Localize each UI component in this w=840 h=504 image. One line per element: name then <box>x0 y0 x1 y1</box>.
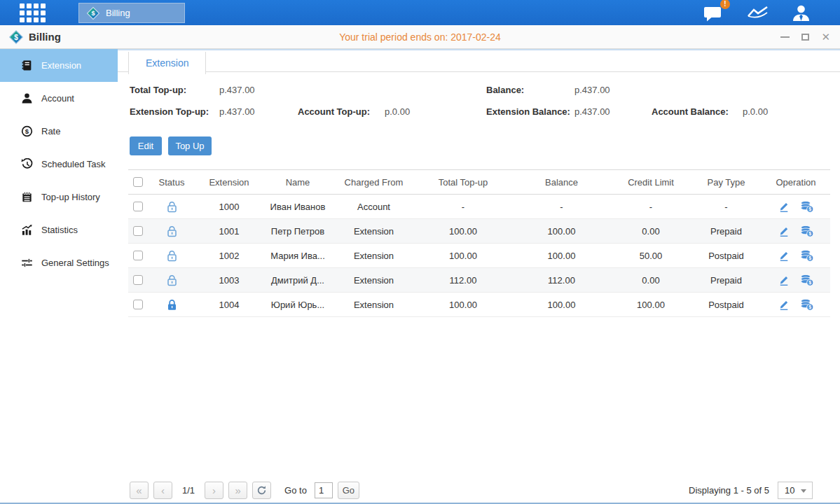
edit-row-icon[interactable] <box>778 225 790 237</box>
svg-text:$: $ <box>808 231 811 237</box>
goto-label: Go to <box>284 485 307 496</box>
cell-pay-type: Postpaid <box>691 293 762 317</box>
topup-row-icon[interactable]: $ <box>800 201 814 213</box>
unlocked-icon[interactable] <box>167 201 177 213</box>
first-page-button[interactable]: « <box>130 482 149 499</box>
cell-total-topup: 100.00 <box>414 244 512 268</box>
topup-history-icon <box>21 191 33 203</box>
cell-balance: 100.00 <box>512 244 611 268</box>
svg-text:$: $ <box>14 33 18 41</box>
sidebar-item-rate[interactable]: $ Rate <box>0 115 118 148</box>
topbar-billing-tab[interactable]: $ Billing <box>78 3 185 23</box>
col-balance: Balance <box>512 170 611 195</box>
refresh-button[interactable] <box>252 482 271 499</box>
prev-page-button[interactable]: ‹ <box>153 482 172 499</box>
account-icon <box>21 92 33 104</box>
edit-row-icon[interactable] <box>778 274 790 286</box>
scheduled-task-icon <box>21 158 33 170</box>
col-operation: Operation <box>762 170 830 195</box>
cell-balance: 100.00 <box>512 293 611 317</box>
select-all-checkbox[interactable] <box>133 177 143 187</box>
table-row: 1003 Дмитрий Д... Extension 112.00 112.0… <box>128 268 830 293</box>
unlocked-icon[interactable] <box>167 250 177 262</box>
topup-row-icon[interactable]: $ <box>800 299 814 311</box>
displaying-text: Displaying 1 - 5 of 5 <box>689 485 769 496</box>
sidebar-item-account[interactable]: Account <box>0 82 118 115</box>
row-checkbox[interactable] <box>133 300 143 309</box>
page-size-select[interactable]: 10 <box>778 482 813 499</box>
window-title-bar: Your trial period ends on: 2017-02-24 $ … <box>0 25 840 49</box>
table-row: 1000 Иван Иванов Account - - - - <box>128 195 830 219</box>
account-balance-value: p.0.00 <box>743 106 768 117</box>
cell-charged-from: Extension <box>333 244 414 268</box>
cell-extension: 1001 <box>196 219 262 244</box>
cell-pay-type: - <box>691 195 762 219</box>
sidebar-item-general-settings[interactable]: General Settings <box>0 246 118 279</box>
top-up-button[interactable]: Top Up <box>168 136 212 155</box>
row-checkbox[interactable] <box>133 202 143 211</box>
extension-balance-label: Extension Balance: <box>486 106 570 117</box>
sidebar-item-label: Top-up History <box>41 192 100 202</box>
locked-icon[interactable] <box>167 299 177 311</box>
table-header-row: Status Extension Name Charged From Total… <box>128 170 830 195</box>
maximize-icon[interactable] <box>801 34 809 41</box>
minimize-icon[interactable] <box>780 36 790 38</box>
page-indicator: 1/1 <box>182 485 195 496</box>
topup-row-icon[interactable]: $ <box>800 250 814 262</box>
apps-grid-icon[interactable] <box>20 4 48 22</box>
col-credit-limit: Credit Limit <box>611 170 691 195</box>
cell-credit-limit: - <box>611 195 691 219</box>
last-page-button[interactable]: » <box>228 482 247 499</box>
cell-pay-type: Prepaid <box>691 219 762 244</box>
col-name: Name <box>262 170 333 195</box>
rate-icon: $ <box>21 125 33 137</box>
main-content: Extension Total Top-up: p.437.00 Balance… <box>118 49 840 503</box>
cell-balance: - <box>512 195 611 219</box>
edit-row-icon[interactable] <box>778 200 790 213</box>
topup-row-icon[interactable]: $ <box>800 225 814 237</box>
sidebar-item-scheduled-task[interactable]: Scheduled Task <box>0 148 118 181</box>
edit-row-icon[interactable] <box>778 249 790 262</box>
tab-extension[interactable]: Extension <box>128 52 206 74</box>
unlocked-icon[interactable] <box>167 225 177 237</box>
go-button[interactable]: Go <box>338 482 359 499</box>
cell-balance: 100.00 <box>512 219 611 244</box>
cell-name: Дмитрий Д... <box>262 268 333 293</box>
messages-icon[interactable]: ! <box>703 4 724 22</box>
cell-charged-from: Extension <box>333 268 414 293</box>
edit-button[interactable]: Edit <box>130 136 162 155</box>
monitor-graph-icon[interactable] <box>747 4 769 21</box>
sidebar: Extension Account $ Rate <box>0 49 118 503</box>
sidebar-item-label: General Settings <box>41 258 109 268</box>
close-icon[interactable]: ✕ <box>821 31 830 42</box>
total-topup-label: Total Top-up: <box>130 85 186 95</box>
col-total-topup: Total Top-up <box>414 170 512 195</box>
statistics-icon <box>21 224 33 236</box>
sidebar-item-topup-history[interactable]: Top-up History <box>0 181 118 214</box>
goto-page-input[interactable] <box>315 482 333 498</box>
sidebar-item-extension[interactable]: Extension <box>0 49 118 82</box>
cell-credit-limit: 0.00 <box>611 268 691 293</box>
user-account-icon[interactable] <box>792 4 811 22</box>
row-checkbox[interactable] <box>133 251 143 260</box>
col-extension: Extension <box>196 170 262 195</box>
svg-text:$: $ <box>25 127 29 135</box>
cell-total-topup: 112.00 <box>414 268 512 293</box>
edit-row-icon[interactable] <box>778 298 790 311</box>
table-row: 1004 Юрий Юрь... Extension 100.00 100.00… <box>128 293 830 317</box>
topup-row-icon[interactable]: $ <box>800 274 814 286</box>
balance-label: Balance: <box>486 85 524 95</box>
unlocked-icon[interactable] <box>167 274 177 286</box>
row-checkbox[interactable] <box>133 275 143 285</box>
next-page-button[interactable]: › <box>205 482 223 499</box>
extension-icon <box>21 59 33 71</box>
cell-name: Юрий Юрь... <box>262 293 333 317</box>
sidebar-item-statistics[interactable]: Statistics <box>0 214 118 246</box>
svg-text:$: $ <box>808 255 811 261</box>
cell-name: Петр Петров <box>262 219 333 244</box>
cell-extension: 1000 <box>196 195 262 219</box>
cell-credit-limit: 50.00 <box>611 244 691 268</box>
trial-notice: Your trial period ends on: 2017-02-24 <box>0 25 840 48</box>
row-checkbox[interactable] <box>133 226 143 236</box>
notification-badge: ! <box>720 0 730 9</box>
